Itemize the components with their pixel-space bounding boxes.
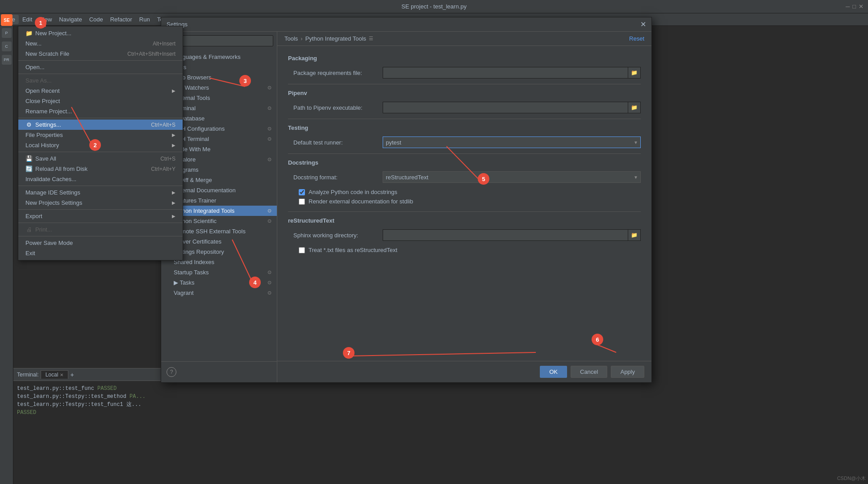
- menu-item-new-projects-settings[interactable]: New Projects Settings ▶: [18, 198, 183, 208]
- menu-item-save-all[interactable]: 💾Save All Ctrl+S: [18, 153, 183, 164]
- settings-left-footer: ?: [161, 361, 277, 382]
- menu-item-open-recent[interactable]: Open Recent ▶: [18, 86, 183, 96]
- docstring-format-row: Docstring format: reStructuredText Epyte…: [288, 171, 641, 183]
- menu-item-new[interactable]: New... Alt+Insert: [18, 38, 183, 49]
- render-checkbox-row: Render external documentation for stdlib: [293, 197, 641, 206]
- tree-item-startup-tasks[interactable]: Startup Tasks⊙: [161, 267, 277, 277]
- packaging-section-title: Packaging: [288, 55, 641, 62]
- title-text: SE project - test_learn.py: [401, 3, 467, 10]
- testing-section-title: Testing: [288, 124, 641, 131]
- sep-packaging: [288, 84, 641, 84]
- settings-content-panel: Tools › Python Integrated Tools ☰ Reset …: [277, 32, 651, 382]
- package-req-folder-btn[interactable]: 📁: [628, 67, 641, 79]
- tree-item-vagrant[interactable]: Vagrant⊙: [161, 288, 277, 298]
- cancel-button[interactable]: Cancel: [571, 366, 607, 378]
- test-runner-select-wrapper: pytest Unittest Nose ▼: [383, 137, 641, 148]
- menu-item-open[interactable]: Open...: [18, 62, 183, 72]
- sphinx-row: Sphinx working directory: 📁: [288, 229, 641, 241]
- menu-item-reload[interactable]: 🔄Reload All from Disk Ctrl+Alt+Y: [18, 164, 183, 174]
- pipenv-row: Path to Pipenv executable: 📁: [288, 102, 641, 113]
- menu-item-save-as: Save As...: [18, 75, 183, 86]
- test-runner-select[interactable]: pytest Unittest Nose: [383, 137, 641, 148]
- minimize-button[interactable]: ─: [846, 3, 850, 10]
- package-req-row: Package requirements file: 📁: [288, 67, 641, 79]
- sidebar-commit-icon[interactable]: C: [2, 41, 12, 51]
- menu-run[interactable]: Run: [136, 15, 154, 24]
- maximize-button[interactable]: □: [852, 3, 856, 10]
- menu-item-exit[interactable]: Exit: [18, 248, 183, 258]
- terminal-passed-1: PASSED: [97, 385, 117, 392]
- ok-button[interactable]: OK: [540, 366, 567, 378]
- sphinx-folder-btn[interactable]: 📁: [628, 229, 641, 241]
- docstring-format-select[interactable]: reStructuredText Epytext Google NumPy Pl…: [383, 171, 641, 183]
- terminal-passed-3: PASSED: [17, 410, 36, 416]
- menu-navigate[interactable]: Navigate: [55, 15, 85, 24]
- separator-1: [18, 60, 183, 61]
- package-req-input[interactable]: [383, 67, 628, 79]
- separator-4: [18, 152, 183, 152]
- menu-item-file-properties[interactable]: File Properties ▶: [18, 130, 183, 140]
- breadcrumb-separator: ›: [300, 35, 302, 42]
- menu-item-local-history[interactable]: Local History ▶: [18, 140, 183, 150]
- menu-code[interactable]: Code: [86, 15, 107, 24]
- treat-checkbox-row: Treat *.txt files as reStructuredText: [293, 245, 641, 255]
- menu-edit[interactable]: Edit: [19, 15, 36, 24]
- settings-dialog: Settings ✕ ▼ Languages & Frameworks ▼ To…: [161, 17, 652, 383]
- terminal-passed-2: PA...: [129, 393, 146, 400]
- separator-8: [18, 236, 183, 236]
- breadcrumb-current: Python Integrated Tools: [305, 35, 366, 42]
- treat-label: Treat *.txt files as reStructuredText: [309, 247, 397, 253]
- terminal-line-4: PASSED: [17, 409, 157, 417]
- separator-2: [18, 74, 183, 74]
- dialog-body: ▼ Languages & Frameworks ▼ Tools Web Bro…: [161, 32, 651, 382]
- terminal-tab-local[interactable]: Local ✕: [41, 370, 69, 379]
- tree-item-tasks[interactable]: ▶ Tasks⊙: [161, 277, 277, 288]
- analyze-checkbox-row: Analyze Python code in docstrings: [293, 187, 641, 197]
- help-icon[interactable]: ?: [167, 367, 176, 377]
- sphinx-input[interactable]: [383, 229, 628, 241]
- pipenv-folder-btn[interactable]: 📁: [628, 102, 641, 113]
- sep-pipenv: [288, 119, 641, 119]
- separator-6: [18, 209, 183, 210]
- menu-item-print: 🖨Print...: [18, 224, 183, 235]
- dialog-close-button[interactable]: ✕: [640, 20, 646, 29]
- terminal-line-1: test_learn.py::test_func PASSED: [17, 385, 157, 393]
- menu-view[interactable]: View: [36, 15, 55, 24]
- apply-button[interactable]: Apply: [611, 366, 644, 378]
- menu-item-close-project[interactable]: Close Project: [18, 96, 183, 106]
- breadcrumb-parent: Tools: [284, 35, 298, 42]
- analyze-label: Analyze Python code in docstrings: [309, 189, 397, 195]
- file-dropdown-menu: 📁New Project... New... Alt+Insert New Sc…: [18, 26, 183, 261]
- terminal-add-button[interactable]: +: [70, 371, 74, 378]
- analyze-checkbox[interactable]: [299, 189, 305, 195]
- sidebar-project-icon[interactable]: P: [2, 28, 12, 38]
- terminal-content: test_learn.py::test_func PASSED test_lea…: [13, 381, 161, 420]
- menu-item-power-save[interactable]: Power Save Mode: [18, 238, 183, 248]
- settings-header: Tools › Python Integrated Tools ☰ Reset: [277, 32, 651, 46]
- menu-refactor[interactable]: Refactor: [107, 15, 136, 24]
- breadcrumb: Tools › Python Integrated Tools ☰: [284, 35, 373, 42]
- treat-checkbox[interactable]: [299, 247, 305, 253]
- menu-item-new-scratch[interactable]: New Scratch File Ctrl+Alt+Shift+Insert: [18, 49, 183, 59]
- sphinx-input-group: 📁: [383, 229, 641, 241]
- sidebar-pull-icon[interactable]: PR: [2, 55, 12, 65]
- pipenv-input-group: 📁: [383, 102, 641, 113]
- menu-item-rename-project[interactable]: Rename Project...: [18, 106, 183, 116]
- window-controls: ─ □ ✕: [846, 3, 864, 10]
- rst-section-title: reStructuredText: [288, 217, 641, 224]
- terminal-tab-close[interactable]: ✕: [60, 372, 63, 377]
- left-sidebar: P C PR: [0, 26, 13, 484]
- menu-item-manage-ide[interactable]: Manage IDE Settings ▶: [18, 187, 183, 198]
- pipenv-input[interactable]: [383, 102, 628, 113]
- reset-button[interactable]: Reset: [629, 35, 644, 42]
- menu-item-export[interactable]: Export ▶: [18, 211, 183, 221]
- separator-5: [18, 186, 183, 186]
- menu-item-new-project[interactable]: 📁New Project...: [18, 28, 183, 38]
- close-button[interactable]: ✕: [859, 3, 864, 10]
- terminal-line-3-text: test_learn.py::Testpy::test_func1 这...: [17, 401, 141, 408]
- reload-icon: 🔄: [25, 165, 33, 172]
- menu-item-settings[interactable]: ⚙Settings... Ctrl+Alt+S: [18, 120, 183, 130]
- render-checkbox[interactable]: [299, 199, 305, 205]
- terminal-line-2-text: test_learn.py::Testpy::test_method: [17, 393, 129, 400]
- menu-item-invalidate[interactable]: Invalidate Caches...: [18, 174, 183, 184]
